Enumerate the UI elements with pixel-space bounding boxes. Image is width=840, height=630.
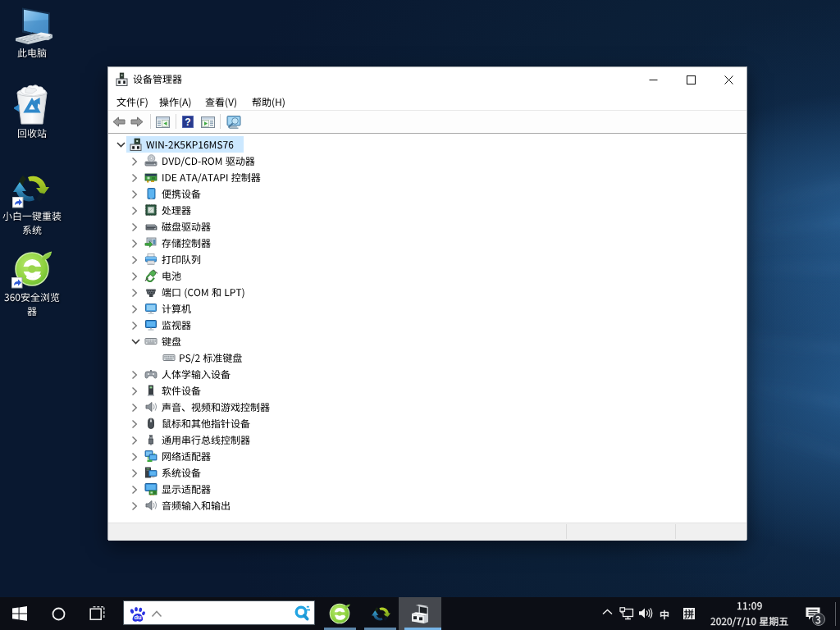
svg-text:du: du (134, 614, 142, 621)
svg-text:?: ? (185, 116, 190, 128)
